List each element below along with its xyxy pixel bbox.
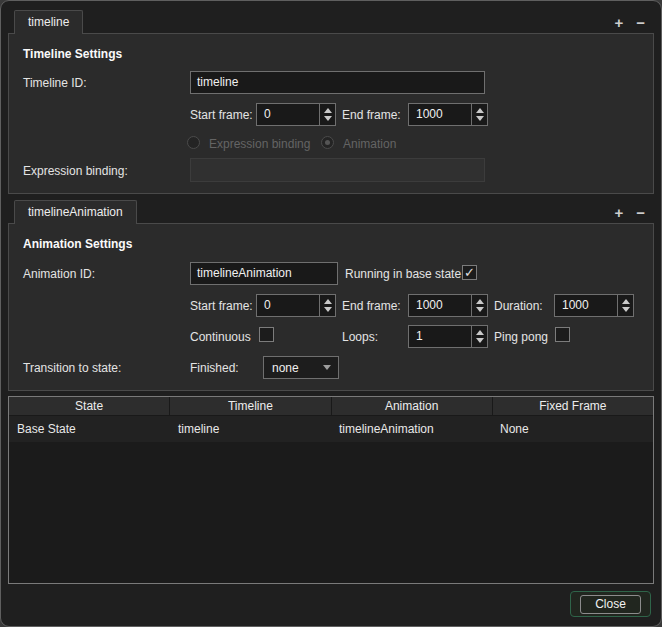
table-header-fixed-frame[interactable]: Fixed Frame (493, 397, 653, 415)
close-button[interactable]: Close (570, 591, 651, 617)
animation-id-input[interactable]: timelineAnimation (190, 262, 338, 285)
state-timeline-table: State Timeline Animation Fixed Frame Bas… (8, 396, 654, 584)
animation-id-label: Animation ID: (23, 267, 95, 281)
chevron-down-icon (323, 365, 331, 370)
spin-down-icon[interactable] (476, 307, 484, 312)
tab-timeline-animation-label: timelineAnimation (28, 205, 123, 219)
timeline-id-input[interactable]: timeline (190, 71, 485, 94)
finished-dropdown-value: none (264, 361, 323, 375)
start-frame-value[interactable]: 0 (257, 104, 319, 125)
finished-label: Finished: (190, 361, 239, 375)
add-timeline-icon[interactable]: + (614, 15, 623, 30)
tab-timeline-label: timeline (28, 15, 69, 29)
spin-down-icon[interactable] (622, 307, 630, 312)
remove-timeline-icon[interactable]: − (636, 15, 645, 30)
spin-up-icon[interactable] (476, 299, 484, 304)
timeline-settings-pane: Timeline Settings Timeline ID: timeline … (8, 33, 654, 194)
anim-start-frame-spinbox[interactable]: 0 (256, 294, 336, 317)
spin-down-icon[interactable] (324, 116, 332, 121)
expression-binding-option-label: Expression binding (209, 137, 310, 151)
remove-animation-icon[interactable]: − (636, 205, 645, 220)
animation-settings-pane: Animation Settings Animation ID: timelin… (8, 223, 654, 391)
start-frame-spinbox[interactable]: 0 (256, 103, 336, 126)
spin-up-icon[interactable] (324, 108, 332, 113)
animation-radio[interactable] (321, 136, 334, 149)
timeline-id-label: Timeline ID: (23, 76, 87, 90)
table-header-animation[interactable]: Animation (332, 397, 493, 415)
start-frame-spin-buttons[interactable] (319, 104, 335, 125)
anim-start-frame-spin-buttons[interactable] (319, 295, 335, 316)
duration-spin-buttons[interactable] (617, 295, 633, 316)
continuous-label: Continuous (190, 330, 251, 344)
end-frame-spinbox[interactable]: 1000 (408, 103, 488, 126)
tab-timeline-animation[interactable]: timelineAnimation (14, 200, 137, 224)
timeline-settings-dialog: timeline + − Timeline Settings Timeline … (0, 0, 662, 627)
ping-pong-label: Ping pong (494, 330, 548, 344)
timeline-settings-heading: Timeline Settings (23, 47, 122, 61)
loops-value[interactable]: 1 (409, 326, 471, 347)
duration-label: Duration: (494, 299, 543, 313)
end-frame-spin-buttons[interactable] (471, 104, 487, 125)
cell-state[interactable]: Base State (9, 416, 170, 442)
table-header-timeline[interactable]: Timeline (170, 397, 331, 415)
spin-up-icon[interactable] (476, 108, 484, 113)
anim-start-frame-label: Start frame: (190, 299, 253, 313)
cell-animation[interactable]: timelineAnimation (331, 416, 492, 442)
spin-up-icon[interactable] (622, 299, 630, 304)
table-header-row: State Timeline Animation Fixed Frame (9, 397, 653, 416)
ping-pong-checkbox[interactable] (555, 327, 570, 342)
loops-label: Loops: (342, 330, 378, 344)
spin-up-icon[interactable] (324, 299, 332, 304)
table-row[interactable]: Base State timeline timelineAnimation No… (9, 416, 653, 442)
anim-end-frame-spin-buttons[interactable] (471, 295, 487, 316)
timeline-toolbar: + − (614, 10, 645, 34)
running-in-base-state-label: Running in base state (345, 267, 461, 281)
anim-end-frame-spinbox[interactable]: 1000 (408, 294, 488, 317)
expression-binding-label: Expression binding: (23, 164, 128, 178)
table-header-state[interactable]: State (9, 397, 170, 415)
spin-down-icon[interactable] (476, 338, 484, 343)
anim-end-frame-label: End frame: (342, 299, 401, 313)
running-in-base-state-checkbox[interactable] (462, 265, 477, 280)
expression-binding-input (190, 158, 485, 182)
anim-end-frame-value[interactable]: 1000 (409, 295, 471, 316)
finished-dropdown[interactable]: none (263, 356, 339, 379)
cell-fixed-frame[interactable]: None (492, 416, 653, 442)
loops-spinbox[interactable]: 1 (408, 325, 488, 348)
start-frame-label: Start frame: (190, 108, 253, 122)
duration-spinbox[interactable]: 1000 (554, 294, 634, 317)
spin-down-icon[interactable] (324, 307, 332, 312)
close-button-label: Close (580, 595, 641, 614)
continuous-checkbox[interactable] (259, 327, 274, 342)
anim-start-frame-value[interactable]: 0 (257, 295, 319, 316)
duration-value[interactable]: 1000 (555, 295, 617, 316)
transition-to-state-label: Transition to state: (23, 361, 121, 375)
animation-toolbar: + − (614, 200, 645, 224)
end-frame-value[interactable]: 1000 (409, 104, 471, 125)
animation-option-label: Animation (343, 137, 396, 151)
tab-timeline[interactable]: timeline (14, 10, 83, 34)
spin-down-icon[interactable] (476, 116, 484, 121)
end-frame-label: End frame: (342, 108, 401, 122)
loops-spin-buttons[interactable] (471, 326, 487, 347)
add-animation-icon[interactable]: + (614, 205, 623, 220)
spin-up-icon[interactable] (476, 330, 484, 335)
expression-binding-radio[interactable] (187, 136, 200, 149)
cell-timeline[interactable]: timeline (170, 416, 331, 442)
animation-settings-heading: Animation Settings (23, 237, 132, 251)
